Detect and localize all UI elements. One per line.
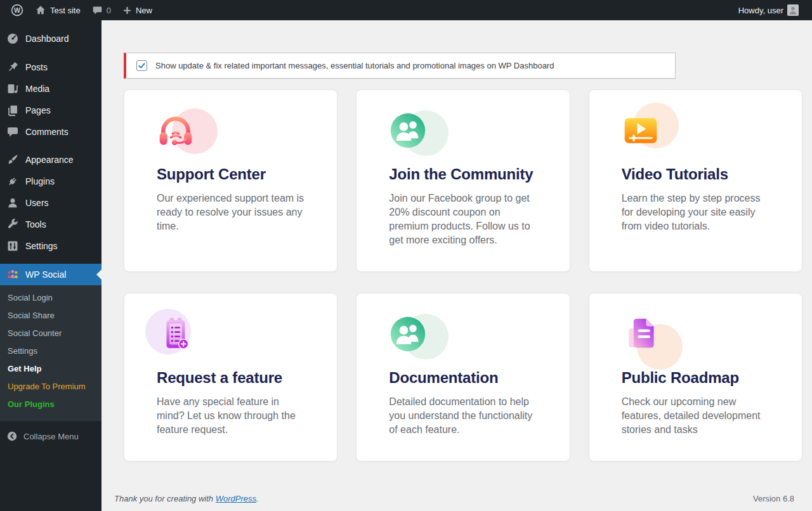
sidebar-item-settings[interactable]: Settings [0, 235, 102, 257]
sidebar-item-label: Users [25, 198, 49, 208]
comments-icon [6, 126, 19, 138]
help-cards-grid: Support Center Our experienced support t… [124, 89, 802, 462]
submenu-item-get-help[interactable]: Get Help [0, 360, 102, 378]
plugin-icon [6, 175, 19, 188]
comment-count-badge: 0 [107, 6, 111, 15]
current-menu-arrow [96, 269, 102, 280]
collapse-menu-label: Collapse Menu [23, 432, 79, 441]
card-title: Request a feature [157, 369, 305, 387]
media-icon [6, 82, 19, 95]
plus-icon [122, 6, 132, 15]
wrench-icon [6, 218, 19, 231]
sidebar-item-label: Posts [25, 62, 48, 72]
sidebar-item-label: Tools [25, 219, 46, 230]
sidebar-item-appearance[interactable]: Appearance [0, 149, 102, 171]
home-icon [35, 4, 46, 16]
sidebar-item-label: Pages [25, 105, 51, 115]
card-join-community[interactable]: Join the Community Join our Facebook gro… [356, 89, 570, 272]
sidebar-item-media[interactable]: Media [0, 78, 102, 100]
submenu-item-upgrade-premium[interactable]: Upgrade To Premium [0, 378, 102, 396]
sidebar-item-dashboard[interactable]: Dashboard [0, 28, 102, 49]
howdy-label: Howdy, user [738, 6, 783, 15]
submenu-item-social-counter[interactable]: Social Counter [0, 325, 102, 342]
checkmark-icon [138, 61, 146, 70]
sidebar-item-comments[interactable]: Comments [0, 121, 102, 143]
sidebar-item-label: Plugins [25, 176, 55, 186]
roadmap-document-icon [622, 315, 660, 353]
card-title: Join the Community [389, 165, 537, 183]
pin-icon [6, 61, 19, 74]
collapse-arrow-icon [6, 430, 18, 442]
card-request-feature[interactable]: Request a feature Have any special featu… [124, 293, 337, 462]
sidebar-item-pages[interactable]: Pages [0, 100, 102, 121]
site-name-link[interactable]: Test site [29, 0, 86, 20]
main-content: Show update & fix related important mess… [102, 0, 812, 511]
new-label: New [136, 6, 152, 15]
sidebar-item-plugins[interactable]: Plugins [0, 171, 102, 192]
card-documentation[interactable]: Documentation Detailed documentation to … [356, 293, 570, 462]
community-people-icon [389, 112, 427, 150]
new-content-button[interactable]: New [117, 0, 158, 20]
footer-thanks-text: Thank you for creating with WordPress. [114, 494, 259, 503]
wp-social-icon [6, 268, 19, 281]
version-label: Version 6.8 [753, 494, 794, 503]
sidebar-item-label: WP Social [25, 269, 66, 280]
card-body: Check our upcoming new features, detaile… [622, 395, 770, 437]
show-messages-checkbox[interactable] [136, 60, 147, 71]
footer-thanks-prefix: Thank you for creating with [114, 494, 213, 503]
admin-footer: Thank you for creating with WordPress. V… [102, 488, 812, 511]
video-play-icon [622, 112, 660, 150]
card-title: Support Center [157, 165, 305, 183]
wordpress-logo-icon: W [11, 4, 23, 16]
submenu-item-our-plugins[interactable]: Our Plugins [0, 396, 102, 413]
admin-bar: W Test site 0 New Howdy, user [0, 0, 812, 20]
admin-sidebar: Dashboard Posts Media [0, 20, 102, 511]
sidebar-item-tools[interactable]: Tools [0, 214, 102, 235]
users-icon [6, 197, 19, 209]
card-title: Documentation [389, 369, 537, 387]
wordpress-footer-link[interactable]: WordPress [216, 494, 256, 503]
submenu-item-social-share[interactable]: Social Share [0, 307, 102, 325]
sidebar-item-label: Dashboard [25, 34, 69, 44]
comment-bubble-icon [92, 5, 103, 16]
card-public-roadmap[interactable]: Public Roadmap Check our upcoming new fe… [589, 293, 802, 462]
sidebar-item-label: Media [25, 84, 49, 94]
wp-social-submenu: Social Login Social Share Social Counter… [0, 285, 102, 421]
dashboard-icon [6, 32, 19, 45]
user-avatar [787, 4, 799, 16]
card-support-center[interactable]: Support Center Our experienced support t… [124, 89, 337, 272]
card-body: Join our Facebook group to get 20% disco… [389, 191, 537, 247]
feature-request-icon [157, 315, 195, 353]
card-video-tutorials[interactable]: Video Tutorials Learn the step by step p… [589, 89, 802, 272]
card-title: Public Roadmap [622, 369, 770, 387]
sidebar-item-posts[interactable]: Posts [0, 56, 102, 78]
wordpress-logo-button[interactable]: W [5, 0, 29, 20]
comments-moderation-link[interactable]: 0 [86, 0, 117, 20]
sidebar-item-label: Settings [25, 241, 58, 251]
sidebar-item-label: Comments [25, 127, 69, 137]
footer-thanks-suffix: . [256, 494, 259, 503]
sidebar-item-users[interactable]: Users [0, 192, 102, 214]
dashboard-messages-notice: Show update & fix related important mess… [124, 53, 676, 79]
card-body: Have any special feature in mind? Let us… [157, 395, 305, 437]
card-body: Detailed documentation to help you under… [389, 395, 537, 437]
my-account-menu[interactable]: Howdy, user [733, 0, 804, 20]
sidebar-item-label: Appearance [25, 155, 74, 165]
headset-icon [157, 112, 195, 150]
submenu-item-social-login[interactable]: Social Login [0, 289, 102, 307]
card-title: Video Tutorials [622, 165, 770, 183]
appearance-brush-icon [6, 153, 19, 166]
documentation-people-icon [389, 315, 427, 353]
sidebar-item-wp-social[interactable]: WP Social [0, 264, 102, 285]
collapse-menu-button[interactable]: Collapse Menu [0, 425, 102, 448]
pages-icon [6, 104, 19, 117]
svg-text:W: W [14, 6, 20, 14]
site-name-label: Test site [50, 6, 81, 15]
settings-sliders-icon [6, 240, 19, 252]
card-body: Learn the step by step process for devel… [622, 191, 770, 233]
notice-label[interactable]: Show update & fix related important mess… [155, 61, 554, 70]
submenu-item-settings[interactable]: Settings [0, 342, 102, 360]
card-body: Our experienced support team is ready to… [157, 191, 305, 233]
